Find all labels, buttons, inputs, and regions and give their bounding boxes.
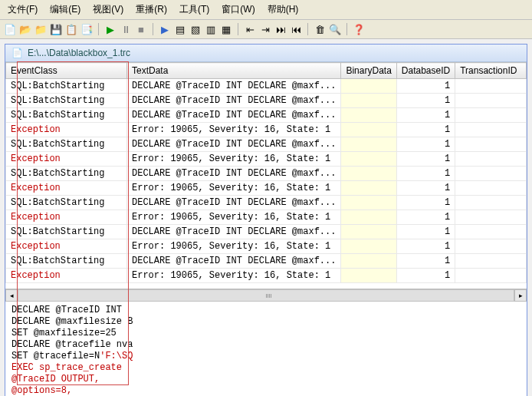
separator <box>346 23 347 35</box>
cell-dbid: 1 <box>396 239 455 254</box>
table-row[interactable]: ExceptionError: 19065, Severity: 16, Sta… <box>6 269 527 283</box>
table-row[interactable]: SQL:BatchStartingDECLARE @TraceID INT DE… <box>6 79 527 94</box>
col-databaseid[interactable]: DatabaseID <box>396 63 455 79</box>
play-icon[interactable]: ▶ <box>158 22 172 36</box>
menu-window[interactable]: 窗口(W) <box>217 2 259 18</box>
col-binarydata[interactable]: BinaryData <box>341 63 396 79</box>
cell-binary <box>341 181 396 196</box>
menu-view[interactable]: 视图(V) <box>88 2 128 18</box>
cell-tx <box>455 181 527 196</box>
table-row[interactable]: SQL:BatchStartingDECLARE @TraceID INT DE… <box>6 225 527 239</box>
cell-text: DECLARE @TraceID INT DECLARE @maxf... <box>127 108 341 123</box>
run-icon[interactable]: ▶ <box>103 22 117 36</box>
cell-text: DECLARE @TraceID INT DECLARE @maxf... <box>127 254 341 269</box>
cell-binary <box>341 123 396 137</box>
menu-file[interactable]: 文件(F) <box>3 2 42 18</box>
pause-icon[interactable]: ⏸ <box>119 22 133 36</box>
filter-icon[interactable]: 🗑 <box>313 22 327 36</box>
cell-text: DECLARE @TraceID INT DECLARE @maxf... <box>127 94 341 108</box>
cell-binary <box>341 254 396 269</box>
jump1-icon[interactable]: ⇤ <box>243 22 257 36</box>
open-icon[interactable]: 📂 <box>18 22 32 36</box>
grid2-icon[interactable]: ▧ <box>189 22 202 36</box>
jump2-icon[interactable]: ⇥ <box>258 22 272 36</box>
save-icon[interactable]: 💾 <box>49 22 63 36</box>
cell-tx <box>455 167 527 181</box>
table-row[interactable]: SQL:BatchStartingDECLARE @TraceID INT DE… <box>6 167 527 181</box>
cell-binary <box>341 108 396 123</box>
toolbar: 📄 📂 📁 💾 📋 📑 ▶ ⏸ ■ ▶ ▤ ▧ ▥ ▦ ⇤ ⇥ ⏭ ⏮ 🗑 🔍 … <box>0 20 532 39</box>
cell-text: Error: 19065, Severity: 16, State: 1 <box>127 269 341 283</box>
table-row[interactable]: ExceptionError: 19065, Severity: 16, Sta… <box>6 181 527 196</box>
document-window: 📄 E:\...\Data\blackbox_1.trc EventClass … <box>5 44 527 396</box>
col-textdata[interactable]: TextData <box>127 63 341 79</box>
table-row[interactable]: SQL:BatchStartingDECLARE @TraceID INT DE… <box>6 254 527 269</box>
cell-event: SQL:BatchStarting <box>6 167 127 181</box>
trace-grid-wrapper[interactable]: EventClass TextData BinaryData DatabaseI… <box>5 62 527 289</box>
table-row[interactable]: ExceptionError: 19065, Severity: 16, Sta… <box>6 152 527 167</box>
cell-event: Exception <box>6 269 127 283</box>
new-icon[interactable]: 📄 <box>3 22 17 36</box>
grid4-icon[interactable]: ▦ <box>219 22 233 36</box>
cell-text: Error: 19065, Severity: 16, State: 1 <box>127 239 341 254</box>
table-row[interactable]: SQL:BatchStartingDECLARE @TraceID INT DE… <box>6 196 527 210</box>
cell-event: Exception <box>6 152 127 167</box>
cell-tx <box>455 137 527 152</box>
col-eventclass[interactable]: EventClass <box>6 63 127 79</box>
props-icon[interactable]: 📋 <box>64 22 78 36</box>
menu-help[interactable]: 帮助(H) <box>263 2 304 18</box>
cell-dbid: 1 <box>396 167 455 181</box>
menu-bar: 文件(F) 编辑(E) 视图(V) 重播(R) 工具(T) 窗口(W) 帮助(H… <box>0 0 532 20</box>
menu-tools[interactable]: 工具(T) <box>175 2 214 18</box>
cell-event: Exception <box>6 210 127 225</box>
stop-icon[interactable]: ■ <box>134 22 148 36</box>
detail-pane[interactable]: DECLARE @TraceID INT DECLARE @maxfilesiz… <box>5 301 527 396</box>
cell-binary <box>341 137 396 152</box>
document-header[interactable]: 📄 E:\...\Data\blackbox_1.trc <box>5 45 527 62</box>
cell-tx <box>455 123 527 137</box>
cell-event: SQL:BatchStarting <box>6 94 127 108</box>
cell-event: Exception <box>6 239 127 254</box>
scroll-right-icon[interactable]: ▸ <box>514 289 527 302</box>
file-icon: 📄 <box>11 48 23 58</box>
grid1-icon[interactable]: ▤ <box>173 22 187 36</box>
grid3-icon[interactable]: ▥ <box>204 22 218 36</box>
cell-event: Exception <box>6 123 127 137</box>
cell-dbid: 1 <box>396 79 455 94</box>
table-row[interactable]: SQL:BatchStartingDECLARE @TraceID INT DE… <box>6 137 527 152</box>
cell-tx <box>455 152 527 167</box>
jump3-icon[interactable]: ⏭ <box>274 22 287 36</box>
cell-dbid: 1 <box>396 196 455 210</box>
find-icon[interactable]: 🔍 <box>328 22 342 36</box>
cell-dbid: 1 <box>396 123 455 137</box>
cell-tx <box>455 94 527 108</box>
col-transactionid[interactable]: TransactionID <box>455 63 527 79</box>
trace-grid: EventClass TextData BinaryData DatabaseI… <box>5 62 527 283</box>
cell-event: SQL:BatchStarting <box>6 108 127 123</box>
scroll-thumb[interactable] <box>18 289 514 302</box>
cell-dbid: 1 <box>396 181 455 196</box>
cell-tx <box>455 79 527 94</box>
table-row[interactable]: SQL:BatchStartingDECLARE @TraceID INT DE… <box>6 94 527 108</box>
scroll-left-icon[interactable]: ◂ <box>5 289 18 302</box>
menu-replay[interactable]: 重播(R) <box>131 2 172 18</box>
cell-event: Exception <box>6 181 127 196</box>
horizontal-scrollbar[interactable]: ◂ ▸ <box>5 289 527 301</box>
menu-edit[interactable]: 编辑(E) <box>45 2 85 18</box>
table-row[interactable]: SQL:BatchStartingDECLARE @TraceID INT DE… <box>6 108 527 123</box>
template-icon[interactable]: 📑 <box>80 22 94 36</box>
cell-tx <box>455 196 527 210</box>
table-row[interactable]: ExceptionError: 19065, Severity: 16, Sta… <box>6 123 527 137</box>
cell-event: SQL:BatchStarting <box>6 137 127 152</box>
cell-binary <box>341 152 396 167</box>
table-row[interactable]: ExceptionError: 19065, Severity: 16, Sta… <box>6 210 527 225</box>
help-icon[interactable]: ❓ <box>352 22 366 36</box>
cell-dbid: 1 <box>396 94 455 108</box>
table-row[interactable]: ExceptionError: 19065, Severity: 16, Sta… <box>6 239 527 254</box>
cell-text: DECLARE @TraceID INT DECLARE @maxf... <box>127 79 341 94</box>
cell-text: Error: 19065, Severity: 16, State: 1 <box>127 123 341 137</box>
cell-tx <box>455 269 527 283</box>
cell-binary <box>341 225 396 239</box>
jump4-icon[interactable]: ⏮ <box>289 22 303 36</box>
folder-icon[interactable]: 📁 <box>34 22 48 36</box>
